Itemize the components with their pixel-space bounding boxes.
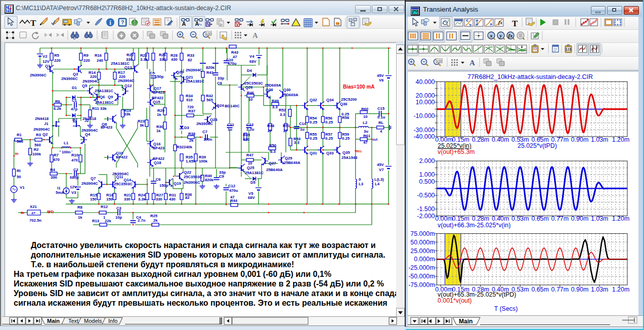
svg-text:1.65k: 1.65k — [186, 159, 196, 163]
svg-text:25B649A: 25B649A — [266, 168, 283, 172]
svg-text:1u: 1u — [228, 127, 232, 132]
svg-text:150p: 150p — [159, 183, 168, 188]
svg-text:Q19: Q19 — [174, 181, 181, 186]
svg-text:R41: R41 — [206, 70, 214, 75]
svg-text:BF423: BF423 — [153, 90, 164, 95]
svg-text:220: 220 — [90, 74, 97, 79]
svg-text:0.28m: 0.28m — [472, 136, 489, 143]
svg-text:Q12: Q12 — [124, 84, 132, 88]
svg-text:45V: 45V — [377, 162, 384, 167]
svg-text:C5: C5 — [150, 71, 155, 75]
svg-text:Q6: Q6 — [100, 95, 105, 99]
svg-text:50: 50 — [17, 175, 21, 179]
svg-text:25.000m: 25.000m — [410, 247, 435, 255]
svg-text:430: 430 — [243, 137, 249, 142]
svg-text:1k: 1k — [157, 112, 161, 117]
svg-text:2.7n: 2.7n — [138, 218, 146, 223]
svg-text:702.5n: 702.5n — [29, 218, 41, 223]
svg-text:C14: C14 — [299, 121, 307, 126]
svg-text:2N3906C: 2N3906C — [196, 121, 213, 126]
svg-text:3k: 3k — [140, 123, 144, 128]
svg-text:25A1943: 25A1943 — [341, 155, 357, 160]
svg-text:27: 27 — [268, 129, 272, 133]
svg-text:R51: R51 — [356, 150, 362, 153]
svg-text:R38: R38 — [188, 132, 196, 136]
svg-text:Text: Text — [68, 318, 78, 324]
svg-text:D5: D5 — [250, 180, 256, 185]
svg-text:430: 430 — [169, 197, 176, 201]
svg-text:0.40m: 0.40m — [492, 136, 509, 143]
svg-text:470u: 470u — [228, 61, 237, 66]
svg-text:R9: R9 — [83, 53, 89, 58]
svg-text:25D669A: 25D669A — [265, 83, 281, 88]
svg-text:J1: J1 — [44, 121, 49, 126]
svg-text:1.03m: 1.03m — [591, 286, 608, 293]
svg-text:V3: V3 — [71, 190, 76, 195]
svg-text:33k: 33k — [100, 106, 107, 111]
svg-text:-10.000: -10.000 — [413, 112, 435, 119]
svg-text:RL: RL — [378, 120, 384, 125]
svg-text:Q9: Q9 — [108, 95, 113, 99]
svg-text:Q36: Q36 — [340, 102, 348, 106]
svg-text:R25: R25 — [150, 214, 158, 218]
svg-text:D4: D4 — [247, 68, 252, 73]
svg-text:v(out)+65.3m: v(out)+65.3m — [438, 148, 475, 155]
svg-text:+: + — [59, 149, 61, 152]
svg-text:C3: C3 — [116, 206, 121, 211]
svg-text:0.25: 0.25 — [310, 136, 318, 141]
svg-text:BF423: BF423 — [101, 125, 112, 130]
svg-text:V4: V4 — [249, 54, 254, 59]
svg-text:25A1381C: 25A1381C — [95, 89, 113, 93]
svg-text:R37: R37 — [188, 109, 195, 113]
svg-text:2N3904C: 2N3904C — [118, 78, 135, 83]
svg-text:2k: 2k — [189, 138, 194, 143]
svg-text:Bias=100 mA: Bias=100 mA — [343, 84, 375, 90]
svg-text:50.000m: 50.000m — [410, 239, 435, 246]
svg-text:C13: C13 — [246, 122, 253, 127]
svg-text:R44: R44 — [230, 198, 238, 203]
svg-text:V2: V2 — [42, 54, 47, 59]
svg-text:C7: C7 — [202, 130, 207, 134]
svg-text:2N3906C: 2N3906C — [61, 76, 78, 81]
svg-text:47: 47 — [363, 140, 368, 145]
svg-text:Q33: Q33 — [326, 151, 334, 155]
svg-text:V1: V1 — [20, 185, 25, 190]
svg-text:C15: C15 — [377, 106, 385, 111]
svg-text:Models: Models — [84, 318, 102, 324]
svg-text:2.000: 2.000 — [419, 157, 435, 164]
svg-text:2N4418: 2N4418 — [35, 116, 49, 121]
svg-text:R60: R60 — [361, 107, 368, 111]
svg-text:0.90m: 0.90m — [571, 136, 588, 143]
svg-text:10: 10 — [248, 97, 253, 102]
svg-text:1.20m: 1.20m — [612, 215, 629, 222]
svg-text:1k: 1k — [156, 129, 161, 133]
svg-text:C12: C12 — [228, 184, 235, 188]
svg-text:-1.500: -1.500 — [417, 205, 435, 213]
svg-text:10: 10 — [248, 161, 252, 166]
svg-text:Q34: Q34 — [326, 98, 334, 102]
svg-text:25C3503C: 25C3503C — [114, 182, 133, 186]
svg-text:R20: R20 — [126, 53, 134, 57]
svg-text:220: 220 — [83, 58, 90, 63]
svg-text:R16: R16 — [95, 53, 102, 58]
svg-text:D1: D1 — [72, 86, 77, 90]
svg-text:330: 330 — [124, 197, 131, 201]
svg-text:47: 47 — [233, 55, 237, 59]
svg-text:X21: X21 — [30, 204, 37, 209]
svg-text:47p: 47p — [71, 107, 78, 111]
svg-text:45V: 45V — [377, 73, 384, 78]
svg-text:3.3k: 3.3k — [138, 197, 146, 201]
svg-text:3.3k: 3.3k — [140, 57, 148, 62]
svg-text:Q2: Q2 — [42, 132, 48, 137]
svg-text:25B649A: 25B649A — [284, 160, 300, 165]
svg-text:-: - — [71, 149, 73, 152]
svg-text:12V: 12V — [42, 59, 50, 64]
svg-text:R48: R48 — [267, 123, 275, 128]
svg-text:tPD: tPD — [47, 210, 54, 214]
svg-text:4: 4 — [380, 129, 382, 134]
svg-text:I1: I1 — [57, 186, 61, 190]
svg-text:R10: R10 — [71, 153, 78, 157]
svg-text:Q3: Q3 — [73, 72, 78, 76]
svg-text:0.25: 0.25 — [342, 136, 350, 141]
svg-text:0.77m: 0.77m — [551, 286, 569, 293]
